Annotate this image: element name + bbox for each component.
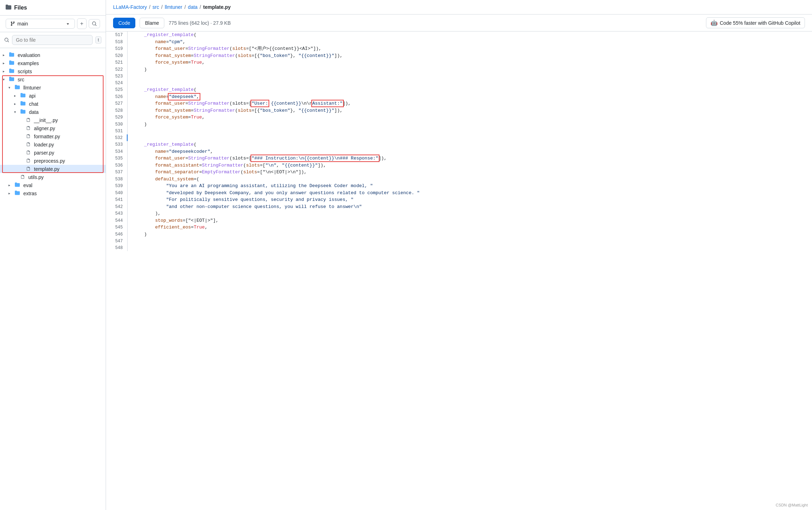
table-row: 532 xyxy=(106,134,812,141)
tree-item-examples[interactable]: ▸examples xyxy=(0,59,106,67)
table-row: 541 "For politically sensitive questions… xyxy=(106,196,812,203)
line-code: _register_template( xyxy=(127,31,812,39)
folder-icon xyxy=(15,182,20,188)
folder-icon xyxy=(9,76,14,82)
footer: CSDN @MattLight xyxy=(776,503,808,507)
tree-item-label: eval xyxy=(23,182,33,188)
tree-item-label: formatter.py xyxy=(34,134,60,139)
chevron-icon: ▸ xyxy=(14,94,18,98)
line-number: 520 xyxy=(106,52,127,59)
line-number: 545 xyxy=(106,224,127,231)
branch-button[interactable]: main xyxy=(6,19,75,29)
line-code: _register_template( xyxy=(127,141,812,148)
tree-item-loader.py[interactable]: loader.py xyxy=(0,140,106,149)
tree-item-label: utils.py xyxy=(28,174,44,180)
chevron-icon: ▾ xyxy=(14,110,18,114)
tree-item-label: aligner.py xyxy=(34,126,55,131)
line-code xyxy=(127,80,812,86)
breadcrumb-root[interactable]: LLaMA-Factory xyxy=(113,4,147,10)
line-code: ) xyxy=(127,66,812,73)
breadcrumb-src[interactable]: src xyxy=(153,4,159,10)
tab-blame[interactable]: Blame xyxy=(140,18,164,28)
tree-item-llmtuner[interactable]: ▾llmtuner xyxy=(0,83,106,92)
table-row: 523 xyxy=(106,73,812,80)
tree-item-utils.py[interactable]: utils.py xyxy=(0,173,106,181)
table-row: 536 format_assistant=StringFormatter(slo… xyxy=(106,162,812,169)
tree-item-eval[interactable]: ▸eval xyxy=(0,181,106,189)
line-code: "developed by Deepseek Company, and you … xyxy=(127,190,812,197)
table-row: 538 default_system=( xyxy=(106,176,812,183)
breadcrumb-file: template.py xyxy=(203,4,231,10)
breadcrumb: LLaMA-Factory / src / llmtuner / data / … xyxy=(106,0,812,15)
tab-code[interactable]: Code xyxy=(113,18,135,28)
tree-item-api[interactable]: ▸api xyxy=(0,92,106,100)
code-area[interactable]: 517 _register_template(518 name="cpm",51… xyxy=(106,31,812,510)
line-code: force_system=True, xyxy=(127,59,812,66)
chevron-icon: ▸ xyxy=(8,183,13,187)
branch-name: main xyxy=(17,21,28,27)
line-number: 517 xyxy=(106,31,127,39)
tree-item-preprocess.py[interactable]: preprocess.py xyxy=(0,157,106,165)
tree-item-src[interactable]: ▾src xyxy=(0,75,106,83)
line-number: 529 xyxy=(106,114,127,121)
goto-file-input[interactable] xyxy=(12,35,93,45)
tree-item-__init__.py[interactable]: __init__.py xyxy=(0,116,106,124)
line-code: stop_words=["<|EOT|>"], xyxy=(127,217,812,224)
table-row: 521 force_system=True, xyxy=(106,59,812,66)
table-row: 526 name="deepseek", xyxy=(106,93,812,100)
line-number: 530 xyxy=(106,121,127,128)
tree-item-parser.py[interactable]: parser.py xyxy=(0,149,106,157)
table-row: 539 "You are an AI programming assistant… xyxy=(106,182,812,190)
tree-item-label: chat xyxy=(29,101,38,107)
table-row: 547 xyxy=(106,238,812,244)
chevron-icon: ▾ xyxy=(3,77,7,81)
line-number: 524 xyxy=(106,80,127,86)
line-code: format_separator=EmptyFormatter(slots=["… xyxy=(127,169,812,176)
search-button[interactable] xyxy=(89,19,100,28)
table-row: 540 "developed by Deepseek Company, and … xyxy=(106,190,812,197)
line-code: ) xyxy=(127,121,812,128)
tree-item-label: extras xyxy=(23,191,37,196)
tree-item-scripts[interactable]: ▸scripts xyxy=(0,67,106,75)
line-number: 531 xyxy=(106,128,127,134)
line-number: 540 xyxy=(106,190,127,197)
line-number: 525 xyxy=(106,86,127,93)
line-code: format_user=StringFormatter(slots=["### … xyxy=(127,155,812,162)
tree-item-label: src xyxy=(18,77,24,82)
copilot-button[interactable]: 🤖 Code 55% faster with GitHub Copilot xyxy=(706,17,805,28)
file-icon xyxy=(26,117,30,123)
copilot-label: Code 55% faster with GitHub Copilot xyxy=(720,20,800,26)
tree-item-evaluation[interactable]: ▸evaluation xyxy=(0,51,106,59)
folder-icon xyxy=(20,101,25,107)
tree-item-data[interactable]: ▾data xyxy=(0,108,106,116)
breadcrumb-llmtuner[interactable]: llmtuner xyxy=(165,4,182,10)
copilot-icon: 🤖 xyxy=(711,19,718,26)
table-row: 548 xyxy=(106,244,812,251)
sidebar-header: Files xyxy=(0,0,106,16)
tree-item-label: scripts xyxy=(18,69,32,74)
line-number: 539 xyxy=(106,182,127,190)
table-row: 522 ) xyxy=(106,66,812,73)
tree-item-extras[interactable]: ▸extras xyxy=(0,189,106,197)
line-code: format_system=StringFormatter(slots=[{"b… xyxy=(127,52,812,59)
table-row: 534 name="deepseekcoder", xyxy=(106,148,812,155)
tree-item-label: evaluation xyxy=(18,52,40,58)
line-code xyxy=(127,128,812,134)
table-row: 533 _register_template( xyxy=(106,141,812,148)
breadcrumb-data[interactable]: data xyxy=(188,4,198,10)
line-code: name="cpm", xyxy=(127,39,812,46)
tree-item-formatter.py[interactable]: formatter.py xyxy=(0,132,106,140)
line-number: 536 xyxy=(106,162,127,169)
tree-item-chat[interactable]: ▸chat xyxy=(0,100,106,108)
line-number: 542 xyxy=(106,203,127,210)
line-number: 519 xyxy=(106,45,127,52)
tree-item-label: data xyxy=(29,109,39,115)
line-code: name="deepseekcoder", xyxy=(127,148,812,155)
table-row: 525 _register_template( xyxy=(106,86,812,93)
tree-item-label: preprocess.py xyxy=(34,158,65,164)
tree-item-aligner.py[interactable]: aligner.py xyxy=(0,124,106,132)
tree-item-template.py[interactable]: template.py xyxy=(0,165,106,173)
line-number: 544 xyxy=(106,217,127,224)
chevron-icon: ▸ xyxy=(3,53,7,57)
add-file-button[interactable]: + xyxy=(77,18,87,29)
